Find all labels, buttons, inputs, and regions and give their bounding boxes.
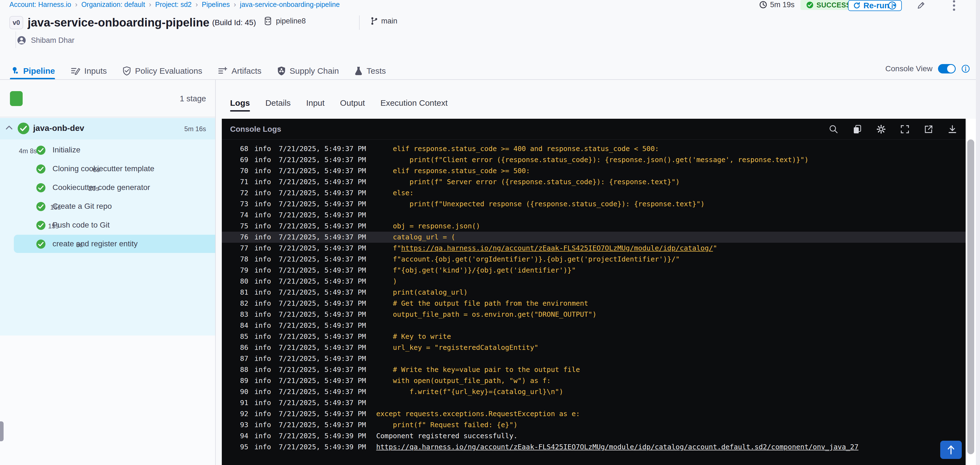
log-line-94: 94info7/21/2025, 5:49:39 PMComponent reg… bbox=[222, 430, 966, 441]
pipeline-ref[interactable]: pipeline8 bbox=[264, 17, 306, 25]
log-line-number: 73 bbox=[230, 198, 248, 209]
tab-execution-context[interactable]: Execution Context bbox=[380, 94, 447, 111]
branch-ref[interactable]: main bbox=[370, 17, 398, 25]
tab-policy-evaluations[interactable]: Policy Evaluations bbox=[123, 63, 202, 79]
step-row-initialize[interactable]: Initialize4m 8s bbox=[0, 141, 215, 159]
log-line-75: 75info7/21/2025, 5:49:37 PM obj = respon… bbox=[222, 221, 966, 232]
scroll-to-top-button[interactable] bbox=[940, 441, 962, 459]
log-level: info bbox=[255, 430, 271, 441]
stage-row-java-onb-dev[interactable]: java-onb-dev 5m 16s bbox=[0, 118, 215, 140]
console-scrollbar-thumb[interactable] bbox=[967, 140, 974, 454]
log-level: info bbox=[255, 276, 271, 287]
author-line: Shibam Dhar bbox=[17, 35, 75, 45]
build-id-label: (Build Id: 45) bbox=[212, 18, 256, 27]
info-icon[interactable] bbox=[887, 0, 897, 11]
log-timestamp: 7/21/2025, 5:49:37 PM bbox=[279, 232, 366, 243]
breadcrumb-item-project-sd2[interactable]: Project: sd2 bbox=[155, 0, 192, 9]
log-timestamp: 7/21/2025, 5:49:37 PM bbox=[279, 165, 366, 176]
log-line-79: 79info7/21/2025, 5:49:37 PM f"{obj.get('… bbox=[222, 265, 966, 276]
log-line-number: 89 bbox=[230, 375, 248, 386]
breadcrumb-item-java-service-onboarding-pipeline[interactable]: java-service-onboarding-pipeline bbox=[240, 0, 340, 9]
log-line-90: 90info7/21/2025, 5:49:37 PM f.write(f"{u… bbox=[222, 386, 966, 397]
log-line-number: 78 bbox=[230, 254, 248, 265]
console-view-control: Console View bbox=[885, 64, 970, 73]
log-line-95: 95info7/21/2025, 5:49:39 PMhttps://qa.ha… bbox=[222, 441, 966, 452]
policy-icon bbox=[123, 66, 131, 76]
copy-icon[interactable] bbox=[852, 124, 863, 135]
refresh-icon bbox=[853, 2, 861, 10]
clock-icon bbox=[759, 0, 767, 9]
log-line-number: 93 bbox=[230, 419, 248, 430]
tab-inputs[interactable]: Inputs bbox=[70, 63, 107, 79]
log-timestamp: 7/21/2025, 5:49:37 PM bbox=[279, 331, 366, 342]
version-badge[interactable]: v0 bbox=[10, 16, 23, 29]
log-line-86: 86info7/21/2025, 5:49:37 PM url_key = "r… bbox=[222, 342, 966, 353]
log-message: catalog_url = ( bbox=[376, 232, 455, 243]
tab-tests[interactable]: Tests bbox=[355, 63, 386, 79]
log-timestamp: 7/21/2025, 5:49:37 PM bbox=[279, 154, 366, 165]
step-row-cloning-cookiecutter-template[interactable]: Cloning cookiecutter template6s bbox=[0, 159, 215, 178]
stage-count-label: 1 stage bbox=[180, 94, 206, 103]
author-name: Shibam Dhar bbox=[31, 36, 75, 45]
log-link[interactable]: https://qa.harness.io/ng/account/zEaak-F… bbox=[376, 443, 859, 451]
pipeline-ref-label: pipeline8 bbox=[276, 17, 306, 25]
step-row-create-a-git-repo[interactable]: Create a Git repo15s bbox=[0, 197, 215, 216]
tab-input[interactable]: Input bbox=[306, 94, 325, 111]
log-timestamp: 7/21/2025, 5:49:39 PM bbox=[279, 430, 366, 441]
log-message: f"account.{obj.get('orgIdentifier')}.{ob… bbox=[376, 254, 680, 265]
log-timestamp: 7/21/2025, 5:49:37 PM bbox=[279, 187, 366, 198]
tab-logs[interactable]: Logs bbox=[230, 94, 250, 111]
fullscreen-icon[interactable] bbox=[899, 124, 910, 135]
tab-details[interactable]: Details bbox=[266, 94, 291, 111]
divider bbox=[16, 32, 16, 48]
log-line-number: 87 bbox=[230, 353, 248, 364]
success-check-icon bbox=[36, 183, 46, 193]
execution-sidebar: 1 stage java-onb-dev 5m 16s Initialize4m… bbox=[0, 80, 216, 465]
settings-icon[interactable] bbox=[876, 124, 887, 135]
collapsed-panel-handle[interactable] bbox=[0, 421, 3, 441]
chevron-right-icon: › bbox=[149, 0, 151, 9]
log-level: info bbox=[255, 165, 271, 176]
tab-pipeline[interactable]: Pipeline bbox=[10, 63, 55, 79]
step-row-create-and-register-entity[interactable]: create and register entity5s bbox=[0, 235, 215, 253]
tab-supply-chain[interactable]: Supply Chain bbox=[277, 63, 339, 79]
breadcrumb-item-organization-default[interactable]: Organization: default bbox=[81, 0, 145, 9]
log-line-number: 76 bbox=[230, 232, 248, 243]
tab-output[interactable]: Output bbox=[340, 94, 365, 111]
log-line-number: 83 bbox=[230, 309, 248, 320]
tab-label: Logs bbox=[230, 98, 250, 108]
log-link[interactable]: https://qa.harness.io/ng/account/zEaak-F… bbox=[401, 244, 713, 252]
chevron-right-icon: › bbox=[196, 0, 198, 9]
search-icon[interactable] bbox=[828, 124, 839, 135]
step-duration: 6s bbox=[93, 166, 100, 173]
chevron-up-icon[interactable] bbox=[6, 125, 13, 130]
open-in-new-icon[interactable] bbox=[923, 124, 934, 135]
step-row-push-code-to-git[interactable]: Push code to Git15s bbox=[0, 216, 215, 235]
edit-pencil-icon[interactable] bbox=[916, 0, 926, 11]
log-line-number: 70 bbox=[230, 165, 248, 176]
database-icon bbox=[264, 17, 272, 25]
info-icon[interactable] bbox=[961, 64, 970, 73]
log-message: f.write(f"{url_key}={catalog_url}\n") bbox=[376, 386, 563, 397]
log-line-number: 75 bbox=[230, 221, 248, 232]
breadcrumb-item-pipelines[interactable]: Pipelines bbox=[202, 0, 229, 9]
page-scrollbar[interactable] bbox=[976, 0, 980, 465]
kebab-menu-icon[interactable] bbox=[949, 0, 959, 11]
log-level: info bbox=[255, 198, 271, 209]
log-level: info bbox=[255, 287, 271, 298]
log-line-74: 74info7/21/2025, 5:49:37 PM bbox=[222, 209, 966, 221]
breadcrumb-item-account-harness-io[interactable]: Account: Harness.io bbox=[10, 0, 71, 9]
step-row-cookiecutter-code-generator[interactable]: Cookiecutter code generator20s bbox=[0, 178, 215, 197]
console-view-label: Console View bbox=[885, 64, 932, 73]
console-view-toggle[interactable] bbox=[938, 64, 956, 73]
log-line-89: 89info7/21/2025, 5:49:37 PM with open(ou… bbox=[222, 375, 966, 386]
chevron-right-icon: › bbox=[234, 0, 236, 9]
log-line-69: 69info7/21/2025, 5:49:37 PM print(f"Clie… bbox=[222, 154, 966, 165]
download-icon[interactable] bbox=[947, 124, 958, 135]
tab-artifacts[interactable]: Artifacts bbox=[218, 63, 261, 79]
log-line-85: 85info7/21/2025, 5:49:37 PM # Key to wri… bbox=[222, 331, 966, 342]
step-name: Cookiecutter code generator bbox=[52, 183, 150, 192]
rerun-label: Re-run bbox=[864, 1, 889, 10]
log-message: url_key = "registeredCatalogEntity" bbox=[376, 342, 538, 353]
pipeline-icon bbox=[10, 66, 19, 76]
